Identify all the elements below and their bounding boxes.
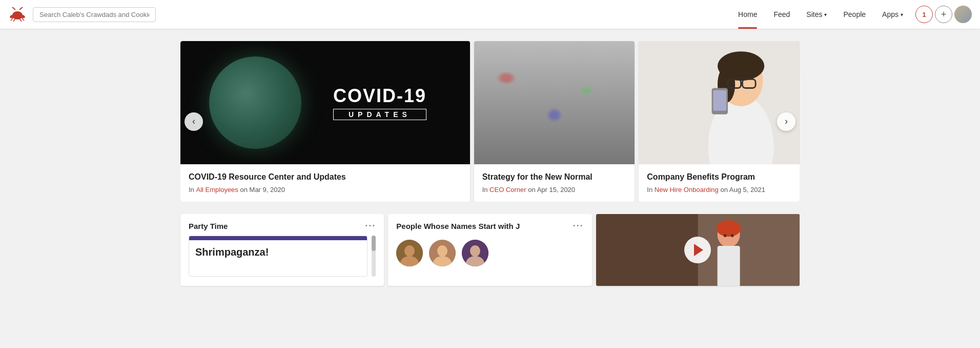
top-nav: Home Feed Sites ▾ People Apps ▾ 1 + — [0, 0, 980, 29]
crowd-overlay — [474, 41, 635, 164]
party-post-header-bar — [189, 236, 367, 240]
search-input[interactable] — [33, 7, 156, 22]
featured-category-link-0[interactable]: All Employees — [196, 186, 238, 194]
svg-rect-33 — [717, 246, 740, 286]
featured-card-2[interactable]: Company Benefits Program In New Hire Onb… — [639, 41, 800, 202]
person-avatar-2[interactable] — [462, 240, 488, 266]
featured-info-0: COVID-19 Resource Center and Updates In … — [180, 164, 470, 202]
featured-meta-0: In All Employees on Mar 9, 2020 — [189, 186, 462, 194]
featured-title-0: COVID-19 Resource Center and Updates — [189, 172, 462, 182]
virus-graphic — [209, 56, 301, 149]
featured-title-2: Company Benefits Program — [647, 172, 791, 182]
play-icon — [694, 244, 703, 256]
svg-point-24 — [437, 245, 447, 257]
featured-info-1: Strategy for the New Normal In CEO Corne… — [474, 164, 635, 202]
video-background — [596, 214, 800, 286]
featured-category-link-2[interactable]: New Hire Onboarding — [655, 186, 719, 194]
nav-people[interactable]: People — [835, 0, 874, 29]
party-content: Shrimpaganza! — [180, 236, 384, 285]
svg-line-2 — [12, 7, 15, 10]
add-button[interactable]: + — [935, 6, 952, 23]
featured-meta-1: In CEO Corner on Apr 15, 2020 — [482, 186, 627, 194]
site-logo[interactable] — [8, 5, 27, 24]
woman-illustration — [639, 41, 800, 164]
chevron-down-icon: ▾ — [824, 12, 827, 17]
nav-apps[interactable]: Apps ▾ — [874, 0, 911, 29]
party-widget-title: Party Time — [189, 222, 228, 230]
nav-home[interactable]: Home — [730, 0, 765, 29]
people-widget-title: People Whose Names Start with J — [396, 222, 520, 230]
featured-card-1[interactable]: Strategy for the New Normal In CEO Corne… — [474, 41, 635, 202]
featured-image-2 — [639, 41, 800, 164]
svg-line-3 — [19, 7, 23, 10]
avatar-image — [954, 6, 972, 23]
main-content: ‹ COVID-19 UPDATES COVID-19 Resource Cen… — [172, 29, 808, 298]
nav-links: Home Feed Sites ▾ People Apps ▾ — [730, 0, 911, 29]
widget-header-people: People Whose Names Start with J ··· — [388, 214, 591, 236]
featured-title-1: Strategy for the New Normal — [482, 172, 627, 182]
video-play-button[interactable] — [684, 237, 711, 263]
featured-card-0[interactable]: COVID-19 UPDATES COVID-19 Resource Cente… — [180, 41, 470, 202]
svg-point-35 — [730, 234, 733, 237]
notification-button[interactable]: 1 — [915, 6, 933, 23]
carousel-prev-button[interactable]: ‹ — [185, 112, 203, 131]
widget-header-party: Party Time ··· — [180, 214, 384, 236]
people-more-button[interactable]: ··· — [573, 221, 584, 230]
people-widget: People Whose Names Start with J ··· — [388, 214, 591, 286]
party-post-card[interactable]: Shrimpaganza! — [189, 236, 368, 277]
featured-meta-2: In New Hire Onboarding on Aug 5, 2021 — [647, 186, 791, 194]
svg-line-7 — [13, 18, 15, 22]
chevron-left-icon: ‹ — [192, 116, 195, 127]
chevron-right-icon: › — [785, 116, 788, 127]
svg-point-21 — [404, 245, 415, 257]
featured-category-link-1[interactable]: CEO Corner — [489, 186, 526, 194]
nav-feed[interactable]: Feed — [765, 0, 798, 29]
chevron-down-icon: ▾ — [901, 12, 903, 17]
svg-point-27 — [470, 245, 480, 257]
user-avatar[interactable] — [954, 6, 972, 23]
scrollbar-thumb — [372, 236, 376, 251]
featured-image-0: COVID-19 UPDATES — [180, 41, 470, 164]
carousel-next-button[interactable]: › — [777, 112, 795, 131]
svg-point-34 — [723, 234, 726, 237]
nav-sites[interactable]: Sites ▾ — [798, 0, 835, 29]
nav-actions: 1 + — [915, 6, 972, 23]
featured-carousel: ‹ COVID-19 UPDATES COVID-19 Resource Cen… — [180, 41, 800, 202]
person-avatar-0[interactable] — [396, 240, 423, 266]
people-avatars-list — [388, 236, 591, 275]
svg-rect-19 — [713, 90, 727, 111]
svg-point-32 — [716, 220, 741, 237]
featured-info-2: Company Benefits Program In New Hire Onb… — [639, 164, 800, 202]
party-time-widget: Party Time ··· Shrimpaganza! — [180, 214, 384, 286]
bottom-widgets-row: Party Time ··· Shrimpaganza! People Whos… — [180, 214, 800, 286]
party-more-button[interactable]: ··· — [365, 221, 376, 230]
covid-text-block: COVID-19 UPDATES — [333, 85, 426, 120]
video-widget[interactable] — [596, 214, 800, 286]
svg-rect-30 — [698, 214, 800, 286]
featured-image-1 — [474, 41, 635, 164]
party-scrollbar[interactable] — [372, 236, 376, 277]
person-avatar-1[interactable] — [429, 240, 456, 266]
svg-line-8 — [19, 18, 22, 22]
party-post-text: Shrimpaganza! — [189, 240, 367, 264]
featured-posts-list: COVID-19 UPDATES COVID-19 Resource Cente… — [180, 41, 800, 202]
